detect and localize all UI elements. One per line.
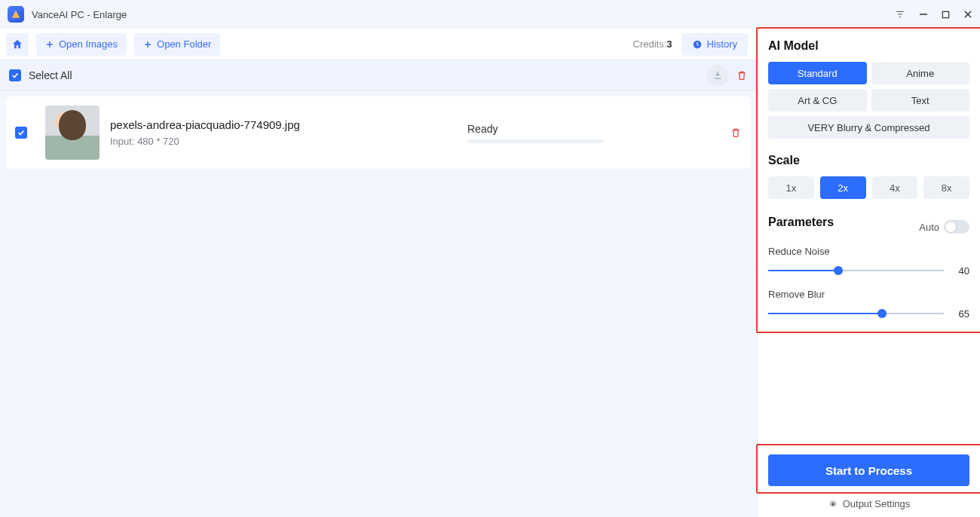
download-all-button[interactable]	[707, 65, 728, 86]
auto-label: Auto	[919, 222, 939, 233]
progress-bar	[467, 139, 603, 143]
remove-blur-label: Remove Blur	[768, 289, 969, 300]
model-text[interactable]: Text	[871, 89, 970, 112]
svg-rect-0	[942, 11, 948, 17]
check-icon	[17, 129, 25, 136]
file-dimensions: Input: 480 * 720	[110, 136, 412, 147]
select-all-label: Select All	[29, 69, 72, 81]
credits-label: Credits:	[633, 38, 667, 50]
delete-all-button[interactable]	[736, 69, 748, 81]
scale-options: 1x 2x 4x 8x	[768, 176, 969, 199]
scale-8x[interactable]: 8x	[923, 176, 969, 199]
open-folder-button[interactable]: Open Folder	[134, 33, 220, 56]
close-button[interactable]	[963, 10, 972, 19]
plus-icon	[143, 40, 152, 49]
select-all-checkbox[interactable]	[9, 69, 21, 81]
ai-model-options: Standard Anime Art & CG Text VERY Blurry…	[768, 62, 969, 139]
check-icon	[11, 72, 19, 79]
remove-blur-value: 65	[951, 308, 969, 320]
gear-icon	[828, 499, 838, 509]
open-images-label: Open Images	[59, 38, 118, 50]
process-area: Start to Process	[758, 445, 980, 492]
select-all-row: Select All	[0, 60, 757, 90]
maximize-button[interactable]	[942, 11, 950, 19]
scale-2x[interactable]: 2x	[820, 176, 866, 199]
scale-heading: Scale	[768, 154, 969, 167]
file-list: pexels-andrea-piacquadio-774909.jpg Inpu…	[0, 90, 757, 175]
history-button[interactable]: History	[681, 33, 748, 56]
window-title: VanceAI PC - Enlarge	[32, 9, 127, 20]
toolbar: Open Images Open Folder Credits:3 Histor…	[0, 29, 757, 60]
history-label: History	[707, 38, 737, 50]
parameters-heading: Parameters	[768, 216, 834, 229]
file-checkbox[interactable]	[15, 127, 27, 139]
reduce-noise-value: 40	[951, 265, 969, 277]
file-status: Ready	[467, 123, 611, 135]
thumbnail	[45, 106, 100, 160]
credits-value: 3	[666, 38, 672, 50]
app-icon	[8, 6, 24, 23]
credits-display: Credits:3	[633, 38, 672, 50]
side-panel: AI Model Standard Anime Art & CG Text VE…	[757, 29, 980, 517]
remove-blur-row: Remove Blur 65	[768, 289, 969, 320]
filter-icon[interactable]	[895, 9, 905, 20]
ai-model-heading: AI Model	[768, 39, 969, 53]
output-settings-label: Output Settings	[843, 498, 911, 509]
home-icon	[11, 38, 23, 50]
auto-toggle[interactable]	[944, 220, 969, 234]
plus-icon	[45, 40, 54, 49]
start-process-button[interactable]: Start to Process	[768, 454, 969, 486]
file-name: pexels-andrea-piacquadio-774909.jpg	[110, 118, 412, 131]
trash-icon	[730, 127, 742, 139]
open-folder-label: Open Folder	[157, 38, 211, 50]
model-standard[interactable]: Standard	[768, 62, 867, 84]
reduce-noise-row: Reduce Noise 40	[768, 246, 969, 277]
home-button[interactable]	[6, 33, 29, 56]
scale-1x[interactable]: 1x	[768, 176, 814, 199]
scale-4x[interactable]: 4x	[872, 176, 918, 199]
output-settings-button[interactable]: Output Settings	[758, 492, 980, 517]
trash-icon	[736, 69, 748, 81]
download-icon	[712, 70, 723, 81]
settings-block: AI Model Standard Anime Art & CG Text VE…	[758, 29, 980, 332]
window-controls	[895, 9, 972, 20]
minimize-button[interactable]	[919, 10, 928, 19]
model-art-cg[interactable]: Art & CG	[768, 89, 867, 112]
reduce-noise-slider[interactable]	[768, 265, 944, 277]
file-item: pexels-andrea-piacquadio-774909.jpg Inpu…	[6, 96, 751, 169]
delete-file-button[interactable]	[730, 127, 742, 139]
clock-icon	[692, 39, 703, 50]
model-blurry[interactable]: VERY Blurry & Compressed	[768, 116, 969, 139]
remove-blur-slider[interactable]	[768, 307, 944, 320]
open-images-button[interactable]: Open Images	[36, 33, 127, 56]
content-pane: Open Images Open Folder Credits:3 Histor…	[0, 29, 757, 517]
titlebar: VanceAI PC - Enlarge	[0, 0, 980, 29]
reduce-noise-label: Reduce Noise	[768, 246, 969, 257]
model-anime[interactable]: Anime	[871, 62, 970, 84]
